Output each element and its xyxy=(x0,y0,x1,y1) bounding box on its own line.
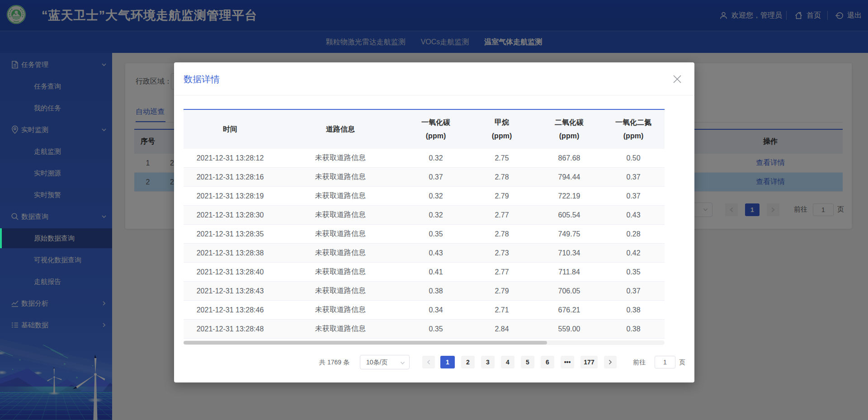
column-header-co: 一氧化碳(ppm) xyxy=(404,110,467,149)
column-header-time: 时间 xyxy=(184,110,277,149)
cell-time: 2021-12-31 13:28:30 xyxy=(184,206,277,224)
cell-road: 未获取道路信息 xyxy=(277,320,404,338)
prev-page-button[interactable] xyxy=(422,356,435,368)
cell-n2o: 0.37 xyxy=(602,282,665,300)
cell-n2o: 0.43 xyxy=(602,206,665,224)
cell-road: 未获取道路信息 xyxy=(277,187,404,205)
column-header-road: 道路信息 xyxy=(277,110,404,149)
cell-time: 2021-12-31 13:28:16 xyxy=(184,168,277,186)
cell-co2: 794.44 xyxy=(536,168,602,186)
horizontal-scrollbar-thumb[interactable] xyxy=(184,341,547,344)
data-table-row[interactable]: 2021-12-31 13:28:12 未获取道路信息 0.32 2.75 86… xyxy=(184,149,665,168)
cell-time: 2021-12-31 13:28:48 xyxy=(184,320,277,338)
cell-co2: 559.00 xyxy=(536,320,602,338)
cell-n2o: 0.38 xyxy=(602,301,665,319)
cell-co: 0.34 xyxy=(404,301,467,319)
goto-page-unit: 页 xyxy=(679,359,685,367)
total-count: 共 1769 条 xyxy=(319,359,349,367)
column-header-text: 时间 xyxy=(223,123,237,136)
page-size-value: 10条/页 xyxy=(366,359,387,366)
page-button-3[interactable]: 3 xyxy=(481,356,495,368)
dialog-pagination: 共 1769 条 10条/页 1 2 3 4 5 6 ••• 177 xyxy=(174,356,694,368)
cell-n2o: 0.50 xyxy=(602,149,665,167)
data-table-row[interactable]: 2021-12-31 13:28:16 未获取道路信息 0.37 2.78 79… xyxy=(184,168,665,187)
cell-n2o: 0.37 xyxy=(602,187,665,205)
more-pages-button[interactable]: ••• xyxy=(561,356,574,368)
next-page-button[interactable] xyxy=(604,356,617,368)
cell-co2: 711.84 xyxy=(536,263,602,281)
data-table-row[interactable]: 2021-12-31 13:28:38 未获取道路信息 0.43 2.73 71… xyxy=(184,244,665,263)
cell-co: 0.32 xyxy=(404,187,467,205)
dialog-header-divider xyxy=(174,95,694,95)
horizontal-scrollbar-track[interactable] xyxy=(184,340,665,345)
cell-ch4: 2.77 xyxy=(467,206,536,224)
page-button-6[interactable]: 6 xyxy=(541,356,554,368)
cell-co2: 749.75 xyxy=(536,225,602,243)
cell-ch4: 2.71 xyxy=(467,301,536,319)
close-icon[interactable] xyxy=(672,74,683,85)
cell-ch4: 2.79 xyxy=(467,187,536,205)
column-header-text: (ppm) xyxy=(426,129,446,143)
cell-n2o: 0.38 xyxy=(602,320,665,338)
chevron-down-icon xyxy=(400,361,405,365)
data-table-row[interactable]: 2021-12-31 13:28:30 未获取道路信息 0.32 2.77 60… xyxy=(184,206,665,225)
page-button-177[interactable]: 177 xyxy=(580,356,598,368)
data-table-row[interactable]: 2021-12-31 13:28:46 未获取道路信息 0.34 2.71 67… xyxy=(184,301,665,320)
cell-co: 0.32 xyxy=(404,206,467,224)
cell-co: 0.35 xyxy=(404,320,467,338)
pager-buttons: 1 2 3 4 5 6 ••• 177 xyxy=(422,356,617,368)
column-header-n2o: 一氧化二氮(ppm) xyxy=(602,110,665,149)
column-header-text: 一氧化碳 xyxy=(421,116,450,129)
dialog-title: 数据详情 xyxy=(184,73,220,85)
cell-road: 未获取道路信息 xyxy=(277,206,404,224)
cell-time: 2021-12-31 13:28:40 xyxy=(184,263,277,281)
cell-n2o: 0.35 xyxy=(602,263,665,281)
page: “蓝天卫士”大气环境走航监测管理平台 欢迎您，管理员 首页 退出 xyxy=(0,0,868,420)
cell-ch4: 2.79 xyxy=(467,282,536,300)
cell-co2: 867.68 xyxy=(536,149,602,167)
data-details-dialog: 数据详情 时间 道路信息 一氧化碳(ppm) 甲烷(ppm) 二氧化碳(ppm)… xyxy=(174,62,694,382)
cell-time: 2021-12-31 13:28:35 xyxy=(184,225,277,243)
page-button-5[interactable]: 5 xyxy=(521,356,534,368)
cell-co: 0.41 xyxy=(404,263,467,281)
cell-road: 未获取道路信息 xyxy=(277,149,404,167)
data-table-row[interactable]: 2021-12-31 13:28:43 未获取道路信息 0.38 2.79 70… xyxy=(184,282,665,301)
page-size-select[interactable]: 10条/页 xyxy=(360,355,410,369)
cell-co: 0.37 xyxy=(404,168,467,186)
data-table-row[interactable]: 2021-12-31 13:28:19 未获取道路信息 0.32 2.79 72… xyxy=(184,187,665,206)
page-button-2[interactable]: 2 xyxy=(461,356,475,368)
cell-ch4: 2.84 xyxy=(467,320,536,338)
goto-page-input[interactable] xyxy=(655,356,675,368)
column-header-co2: 二氧化碳(ppm) xyxy=(536,110,602,149)
data-table-row[interactable]: 2021-12-31 13:28:35 未获取道路信息 0.35 2.78 74… xyxy=(184,225,665,244)
column-header-text: 二氧化碳 xyxy=(555,116,584,129)
cell-co: 0.35 xyxy=(404,225,467,243)
cell-time: 2021-12-31 13:28:19 xyxy=(184,187,277,205)
cell-co2: 710.34 xyxy=(536,244,602,262)
cell-time: 2021-12-31 13:28:43 xyxy=(184,282,277,300)
cell-road: 未获取道路信息 xyxy=(277,244,404,262)
data-table-row[interactable]: 2021-12-31 13:28:40 未获取道路信息 0.41 2.77 71… xyxy=(184,263,665,282)
goto-page-label: 前往 xyxy=(633,359,646,367)
cell-n2o: 0.42 xyxy=(602,244,665,262)
cell-ch4: 2.78 xyxy=(467,168,536,186)
data-table-header: 时间 道路信息 一氧化碳(ppm) 甲烷(ppm) 二氧化碳(ppm) 一氧化二… xyxy=(184,110,665,149)
chevron-left-icon xyxy=(427,359,430,365)
cell-co2: 722.19 xyxy=(536,187,602,205)
cell-co2: 676.21 xyxy=(536,301,602,319)
cell-ch4: 2.77 xyxy=(467,263,536,281)
page-button-4[interactable]: 4 xyxy=(501,356,514,368)
cell-road: 未获取道路信息 xyxy=(277,168,404,186)
chevron-right-icon xyxy=(609,359,612,365)
cell-co2: 706.05 xyxy=(536,282,602,300)
column-header-text: (ppm) xyxy=(492,129,512,143)
cell-ch4: 2.78 xyxy=(467,225,536,243)
cell-time: 2021-12-31 13:28:38 xyxy=(184,244,277,262)
cell-co2: 605.54 xyxy=(536,206,602,224)
cell-road: 未获取道路信息 xyxy=(277,282,404,300)
data-table-row[interactable]: 2021-12-31 13:28:48 未获取道路信息 0.35 2.84 55… xyxy=(184,320,665,339)
cell-ch4: 2.73 xyxy=(467,244,536,262)
page-button-1[interactable]: 1 xyxy=(440,356,455,368)
column-header-text: (ppm) xyxy=(623,129,643,143)
cell-time: 2021-12-31 13:28:12 xyxy=(184,149,277,167)
